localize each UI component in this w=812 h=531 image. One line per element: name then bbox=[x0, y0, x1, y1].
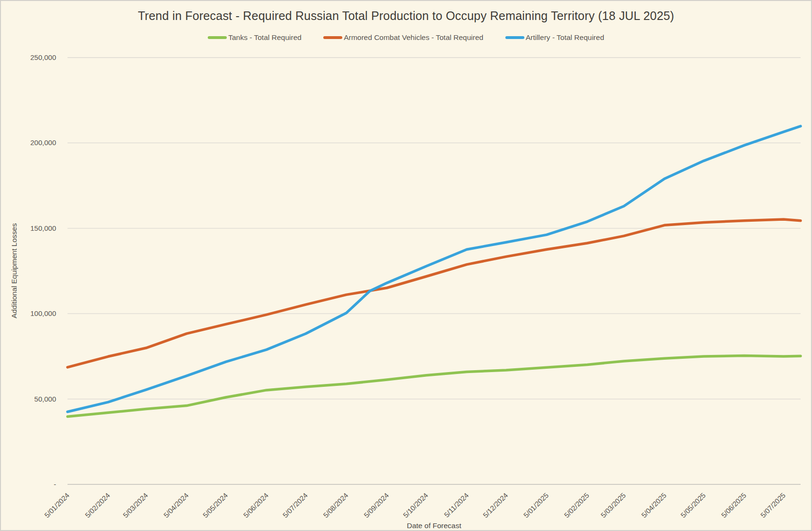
x-tick-label: 5/08/2024 bbox=[321, 491, 349, 519]
x-tick-label: 5/12/2024 bbox=[481, 491, 509, 519]
series-line-tanks bbox=[68, 356, 801, 417]
x-tick-label: 5/04/2025 bbox=[640, 491, 668, 519]
y-tick-label: 250,000 bbox=[30, 53, 56, 61]
y-tick-label: 200,000 bbox=[30, 138, 56, 147]
y-tick-label: 50,000 bbox=[34, 395, 56, 403]
x-tick-label: 5/06/2024 bbox=[242, 491, 270, 519]
x-tick-label: 5/10/2024 bbox=[401, 491, 429, 519]
series-line-armored bbox=[68, 219, 801, 367]
x-tick-label: 5/01/2024 bbox=[43, 491, 71, 519]
x-tick-label: 5/02/2024 bbox=[83, 491, 111, 519]
x-axis-title: Date of Forecast bbox=[407, 521, 462, 530]
x-tick-label: 5/03/2025 bbox=[599, 491, 627, 519]
x-tick-label: 5/06/2025 bbox=[720, 491, 748, 519]
y-tick-label: 100,000 bbox=[30, 309, 56, 317]
x-tick-label: 5/01/2025 bbox=[522, 491, 550, 519]
line-chart-plot-area: -50,000100,000150,000200,000250,0005/01/… bbox=[1, 1, 812, 531]
x-tick-label: 5/07/2024 bbox=[281, 491, 309, 519]
x-tick-label: 5/09/2024 bbox=[362, 491, 390, 519]
y-tick-label: 150,000 bbox=[30, 224, 56, 232]
x-tick-label: 5/04/2024 bbox=[162, 491, 190, 519]
x-tick-label: 5/05/2024 bbox=[201, 491, 229, 519]
x-tick-label: 5/02/2025 bbox=[562, 491, 590, 519]
x-tick-label: 5/07/2025 bbox=[759, 491, 787, 519]
y-tick-label: - bbox=[54, 480, 56, 488]
chart-frame: Trend in Forecast - Required Russian Tot… bbox=[0, 0, 812, 531]
x-tick-label: 5/05/2025 bbox=[679, 491, 707, 519]
x-tick-label: 5/03/2024 bbox=[121, 491, 149, 519]
x-tick-label: 5/11/2024 bbox=[443, 491, 470, 519]
series-line-artillery bbox=[68, 126, 801, 412]
